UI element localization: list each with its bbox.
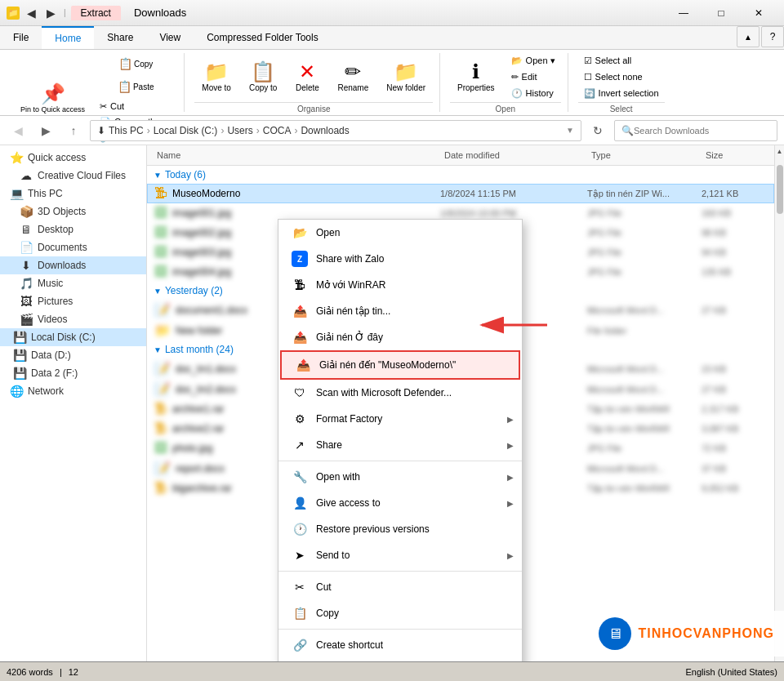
- delete-btn[interactable]: ✕ Delete: [287, 53, 327, 100]
- ctx-create-shortcut[interactable]: 🔗 Create shortcut: [278, 632, 522, 658]
- ctx-cut[interactable]: ✂ Cut: [278, 574, 522, 600]
- ctx-copy-label: Copy: [316, 608, 509, 619]
- select-all-btn[interactable]: ☑ Select all: [578, 53, 665, 68]
- ctx-send-to[interactable]: ➤ Send to: [278, 542, 522, 568]
- copy-btn[interactable]: 📋 Copy: [94, 53, 177, 74]
- cut-btn[interactable]: ✂ Cut: [94, 99, 177, 114]
- ctx-extract-files[interactable]: 📤 Giải nén tập tin...: [278, 298, 522, 324]
- ctx-restore-label: Restore previous versions: [316, 523, 509, 535]
- sidebar-item-pictures[interactable]: 🖼 Pictures: [0, 292, 146, 310]
- sidebar-item-dataf[interactable]: 💾 Data 2 (F:): [0, 364, 146, 382]
- close-btn[interactable]: ✕: [740, 0, 777, 26]
- ctx-copy-icon: 📋: [292, 605, 308, 621]
- ribbon-collapse-btn[interactable]: ▲: [737, 26, 760, 47]
- path-part-users: Users: [227, 125, 252, 136]
- address-path[interactable]: ⬇ This PC › Local Disk (C:) › Users › CO…: [90, 120, 581, 141]
- open-dropdown-btn[interactable]: 📂 Open ▾: [506, 53, 561, 68]
- sidebar-item-music[interactable]: 🎵 Music: [0, 274, 146, 292]
- sidebar-item-quickaccess[interactable]: ⭐ Quick access: [0, 149, 146, 167]
- select-none-btn[interactable]: ☐ Select none: [578, 69, 665, 84]
- ctx-extract-to[interactable]: 📤 Giải nén đến "MuseoModerno\": [280, 350, 520, 380]
- ctx-share-zalo[interactable]: Z Share with Zalo: [278, 246, 522, 272]
- refresh-btn[interactable]: ↻: [586, 119, 609, 142]
- properties-btn[interactable]: ℹ Properties: [450, 53, 502, 100]
- tab-downloads-title[interactable]: Downloads: [124, 5, 196, 20]
- paste-btn[interactable]: 📋 Paste: [94, 76, 177, 97]
- new-folder-btn[interactable]: 📁 New folder: [379, 53, 433, 100]
- sidebar-item-localdisk[interactable]: 💾 Local Disk (C:): [0, 328, 146, 346]
- selectall-label: Select all: [595, 56, 632, 65]
- tab-file[interactable]: File: [0, 26, 42, 49]
- moveto-btn[interactable]: 📁 Move to: [194, 53, 238, 100]
- col-type[interactable]: Type: [588, 149, 702, 162]
- ctx-give-access[interactable]: 👤 Give access to: [278, 490, 522, 516]
- ctx-extract-here[interactable]: 📤 Giải nén Ở đây: [278, 324, 522, 350]
- context-menu: 📂 Open Z Share with Zalo 🗜 Mở với WinRAR…: [278, 219, 523, 681]
- ctx-scan-defender[interactable]: 🛡 Scan with Microsoft Defender...: [278, 380, 522, 406]
- file-type-museomoderno: Tập tin nén ZIP Wi...: [587, 189, 702, 199]
- tab-compressed[interactable]: Compressed Folder Tools: [194, 26, 332, 49]
- creativecloud-icon: ☁: [20, 169, 33, 182]
- right-scrollbar[interactable]: ▲ ▼: [774, 145, 784, 679]
- sidebar-item-creativecloud[interactable]: ☁ Creative Cloud Files: [0, 167, 146, 185]
- sidebar-item-desktop[interactable]: 🖥 Desktop: [0, 220, 146, 238]
- pin-quickaccess-btn[interactable]: 📌 Pin to Quick access: [13, 75, 92, 122]
- ctx-extractto-label: Giải nén đến "MuseoModerno\": [319, 359, 506, 371]
- col-name[interactable]: Name: [154, 149, 441, 162]
- col-date[interactable]: Date modified: [441, 149, 588, 162]
- back-btn[interactable]: ◀: [23, 5, 39, 21]
- col-size[interactable]: Size: [702, 149, 768, 162]
- ctx-open[interactable]: 📂 Open: [278, 220, 522, 246]
- ctx-copy[interactable]: 📋 Copy: [278, 600, 522, 626]
- sidebar-item-network[interactable]: 🌐 Network: [0, 382, 146, 400]
- ctx-format-factory[interactable]: ⚙ Format Factory: [278, 406, 522, 432]
- selectnone-icon: ☐: [584, 72, 592, 82]
- tab-extract[interactable]: Extract: [71, 6, 121, 20]
- sidebar-item-documents[interactable]: 📄 Documents: [0, 238, 146, 256]
- ctx-restore-versions[interactable]: 🕐 Restore previous versions: [278, 516, 522, 542]
- scroll-up-btn[interactable]: ▲: [775, 145, 785, 157]
- ctx-share[interactable]: ↗ Share: [278, 432, 522, 458]
- file-size-today-4: 94 KB: [702, 247, 767, 257]
- tab-home[interactable]: Home: [42, 26, 94, 49]
- up-nav-btn[interactable]: ↑: [62, 119, 85, 142]
- path-part-coca: COCA: [263, 125, 292, 136]
- edit-btn[interactable]: ✏ Edit: [506, 69, 561, 84]
- forward-nav-btn[interactable]: ▶: [34, 119, 57, 142]
- copyto-btn[interactable]: 📋 Copy to: [242, 53, 284, 100]
- help-btn[interactable]: ?: [761, 26, 784, 47]
- ctx-sendto-icon: ➤: [292, 547, 308, 563]
- file-type-yesterday-1: Microsoft Word D...: [587, 305, 702, 315]
- zip-file-icon: 🗜: [154, 186, 167, 201]
- open-icon: 📂: [511, 56, 523, 66]
- ctx-winrar[interactable]: 🗜 Mở với WinRAR: [278, 272, 522, 298]
- sidebar-item-thispc[interactable]: 💻 This PC: [0, 185, 146, 203]
- sidebar-item-3dobjects[interactable]: 📦 3D Objects: [0, 203, 146, 220]
- ctx-defender-icon: 🛡: [292, 385, 308, 401]
- ribbon-group-organise: 📁 Move to 📋 Copy to ✕ Delete ✏ Rename 📁: [188, 53, 440, 112]
- scrollbar-thumb[interactable]: [777, 165, 783, 214]
- minimize-btn[interactable]: —: [665, 0, 702, 26]
- section-today[interactable]: ▼ Today (6): [147, 166, 774, 184]
- sidebar-item-videos[interactable]: 🎬 Videos: [0, 310, 146, 328]
- file-label-today-2: image001.jpg: [172, 207, 231, 219]
- rename-btn[interactable]: ✏ Rename: [330, 53, 376, 100]
- history-btn[interactable]: 🕐 History: [506, 86, 561, 100]
- maximize-btn[interactable]: □: [702, 0, 740, 26]
- invert-selection-btn[interactable]: 🔄 Invert selection: [578, 86, 665, 100]
- ctx-open-with[interactable]: 🔧 Open with: [278, 464, 522, 490]
- sidebar-item-datad[interactable]: 💾 Data (D:): [0, 346, 146, 364]
- file-row-museomoderno[interactable]: 🗜 MuseoModerno 1/8/2024 11:15 PM Tập tin…: [147, 184, 774, 203]
- tab-view[interactable]: View: [146, 26, 194, 49]
- search-input[interactable]: [634, 126, 770, 136]
- forward-btn[interactable]: ▶: [42, 5, 59, 21]
- file-type-today-5: JPG File: [587, 267, 702, 277]
- tab-share[interactable]: Share: [94, 26, 146, 49]
- back-nav-btn[interactable]: ◀: [7, 119, 29, 142]
- sidebar-item-downloads[interactable]: ⬇ Downloads: [0, 256, 146, 274]
- file-date-museomoderno: 1/8/2024 11:15 PM: [440, 189, 587, 198]
- ctx-share-icon: ↗: [292, 437, 308, 453]
- rar-lm7-icon: 🗜: [154, 481, 167, 496]
- ctx-sep-1: [278, 461, 522, 461]
- file-label-museomoderno: MuseoModerno: [172, 188, 240, 199]
